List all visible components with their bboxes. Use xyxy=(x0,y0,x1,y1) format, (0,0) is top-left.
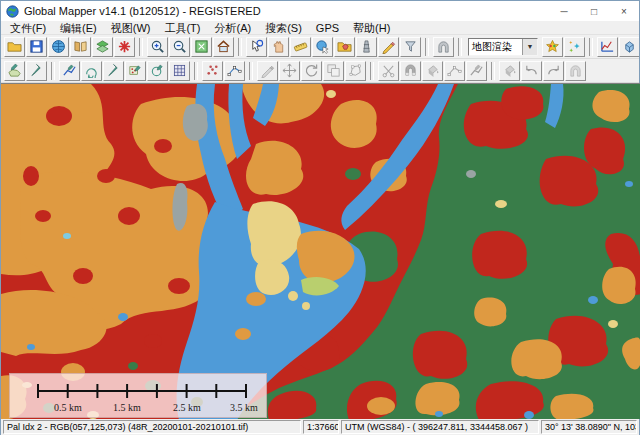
window-title: Global Mapper v14.1 (b120512) - REGISTER… xyxy=(24,5,549,17)
scale-bar-ruler xyxy=(10,380,268,402)
swipe-tool-icon[interactable] xyxy=(433,37,454,57)
simplify-icon[interactable] xyxy=(466,61,487,81)
save-workspace-icon[interactable] xyxy=(26,37,47,57)
clip-tool-icon[interactable] xyxy=(400,37,421,57)
title-bar: Global Mapper v14.1 (b120512) - REGISTER… xyxy=(1,1,639,21)
maximize-button[interactable]: □ xyxy=(579,1,609,21)
main-toolbar: 地图渲染 ▼ xyxy=(1,35,639,59)
toolbar-separator xyxy=(139,38,143,56)
view-mode-value: 地图渲染 xyxy=(469,40,522,54)
combine-features-icon[interactable] xyxy=(400,61,421,81)
undo-digitize-icon[interactable] xyxy=(521,61,542,81)
map-view[interactable]: 0.5 km 1.5 km 2.5 km 3.5 km xyxy=(1,83,640,419)
create-points-from-icon[interactable] xyxy=(202,61,223,81)
menu-item-search[interactable]: 搜索(S) xyxy=(258,21,309,35)
toolbar-separator xyxy=(238,38,242,56)
toolbar-separator xyxy=(194,62,198,80)
landcover-raster xyxy=(1,84,640,419)
map-catalog-icon[interactable] xyxy=(70,37,91,57)
vertex-edit-icon[interactable] xyxy=(444,61,465,81)
toolbar-separator xyxy=(370,62,374,80)
global-mapper-window: Global Mapper v14.1 (b120512) - REGISTER… xyxy=(0,0,640,435)
export-layers-icon[interactable] xyxy=(92,37,113,57)
edit-feature-icon[interactable] xyxy=(257,61,278,81)
profile-view-icon[interactable] xyxy=(597,37,618,57)
split-feature-icon[interactable] xyxy=(378,61,399,81)
move-feature-icon[interactable] xyxy=(279,61,300,81)
view-3d-icon[interactable] xyxy=(619,37,639,57)
create-circle-icon[interactable] xyxy=(147,61,168,81)
digitizer-tool-icon[interactable] xyxy=(378,37,399,57)
menu-item-edit[interactable]: 编辑(E) xyxy=(53,21,104,35)
create-point-icon[interactable] xyxy=(103,61,124,81)
close-button[interactable]: × xyxy=(609,1,639,21)
water-fill-icon[interactable] xyxy=(499,61,520,81)
menu-item-help[interactable]: 帮助(H) xyxy=(346,21,397,35)
create-area-icon[interactable] xyxy=(4,61,25,81)
status-scale: 1:37660 xyxy=(303,420,339,434)
home-view-icon[interactable] xyxy=(213,37,234,57)
scale-label: 1.5 km xyxy=(113,402,141,413)
fill-gaps-icon[interactable] xyxy=(422,61,443,81)
scale-bar: 0.5 km 1.5 km 2.5 km 3.5 km xyxy=(9,373,267,418)
toolbar-separator xyxy=(425,38,429,56)
menu-item-view[interactable]: 视图(W) xyxy=(104,21,158,35)
menu-bar: 文件(F)编辑(E)视图(W)工具(T)分析(A)搜索(S)GPS帮助(H) xyxy=(1,21,639,35)
toolbar-separator xyxy=(458,38,462,56)
create-spiral-icon[interactable] xyxy=(81,61,102,81)
measure-tool-icon[interactable] xyxy=(290,37,311,57)
scale-label: 3.5 km xyxy=(230,402,258,413)
reshape-feature-icon[interactable] xyxy=(345,61,366,81)
view-mode-select[interactable]: 地图渲染 ▼ xyxy=(468,38,538,56)
path-profile-icon[interactable] xyxy=(356,37,377,57)
zoom-out-icon[interactable] xyxy=(169,37,190,57)
menu-item-tools[interactable]: 工具(T) xyxy=(157,21,207,35)
coordinate-tool-icon[interactable] xyxy=(334,37,355,57)
status-position: 30° 13' 38.0890" N, 103° 55' 18. xyxy=(541,420,637,434)
minimize-button[interactable]: ─ xyxy=(549,1,579,21)
redo-digitize-icon[interactable] xyxy=(543,61,564,81)
feature-info-tool-icon[interactable] xyxy=(312,37,333,57)
menu-item-gps[interactable]: GPS xyxy=(309,21,346,35)
status-bar: Pal Idx 2 - RGB(057,125,073) (48R_202001… xyxy=(1,419,639,435)
zoom-tool-icon[interactable] xyxy=(246,37,267,57)
create-grid-icon[interactable] xyxy=(169,61,190,81)
create-text-icon[interactable] xyxy=(125,61,146,81)
snap-toggle-icon[interactable] xyxy=(565,61,586,81)
toolbar-separator xyxy=(51,62,55,80)
globe-app-icon xyxy=(6,5,19,18)
pan-tool-icon[interactable] xyxy=(268,37,289,57)
full-extent-icon[interactable] xyxy=(191,37,212,57)
unload-all-icon[interactable] xyxy=(114,37,135,57)
zoom-in-icon[interactable] xyxy=(147,37,168,57)
scale-label: 0.5 km xyxy=(54,402,82,413)
favorites-icon[interactable] xyxy=(542,37,563,57)
online-data-icon[interactable] xyxy=(48,37,69,57)
toolbar-separator xyxy=(589,38,593,56)
create-line-icon[interactable] xyxy=(59,61,80,81)
copy-feature-icon[interactable] xyxy=(323,61,344,81)
status-pixel-info: Pal Idx 2 - RGB(057,125,073) (48R_202001… xyxy=(3,420,301,434)
menu-item-file[interactable]: 文件(F) xyxy=(3,21,53,35)
edit-vertices-icon[interactable] xyxy=(224,61,245,81)
scale-label: 2.5 km xyxy=(173,402,201,413)
chevron-down-icon[interactable]: ▼ xyxy=(522,39,537,55)
status-projection: UTM (WGS84) - ( 396247.811, 3344458.067 … xyxy=(341,420,539,434)
toolbar-separator xyxy=(491,62,495,80)
effects-3d-icon[interactable] xyxy=(564,37,585,57)
toolbar-separator xyxy=(249,62,253,80)
rotate-feature-icon[interactable] xyxy=(301,61,322,81)
digitizer-toolbar xyxy=(1,59,639,83)
open-file-icon[interactable] xyxy=(4,37,25,57)
menu-item-analysis[interactable]: 分析(A) xyxy=(207,21,258,35)
create-feature-icon[interactable] xyxy=(26,61,47,81)
